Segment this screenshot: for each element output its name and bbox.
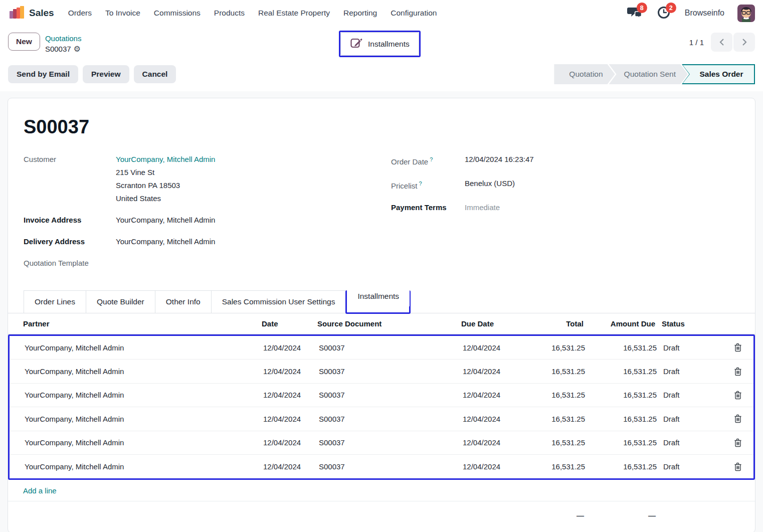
menu-to-invoice[interactable]: To Invoice [105,9,140,18]
tab-other-info[interactable]: Other Info [155,290,212,313]
table-row[interactable]: YourCompany, Mitchell Admin 12/04/2024 S… [10,407,753,431]
add-a-line-link[interactable]: Add a line [23,486,57,495]
activities-count-badge: 2 [666,3,676,13]
new-button[interactable]: New [8,33,40,51]
cell-total: 16,531.25 [535,367,585,376]
col-partner[interactable]: Partner [8,319,262,328]
col-due-date[interactable]: Due Date [461,319,533,328]
installments-stat-button[interactable]: Installments [340,32,419,56]
cell-due-date: 12/04/2024 [463,462,535,471]
messages-count-badge: 8 [637,3,647,13]
delete-row-button[interactable] [732,365,744,378]
cell-source: S00037 [319,438,463,447]
amount-due-sum-placeholder: — [584,511,655,520]
table-row[interactable]: YourCompany, Mitchell Admin 12/04/2024 S… [10,336,753,360]
action-row: Send by Email Preview Cancel Quotation Q… [0,59,763,91]
pricelist-value[interactable]: Benelux (USD) [465,177,515,193]
right-field-group: Order Date? 12/04/2024 16:23:47 Pricelis… [391,153,739,278]
cell-date: 12/04/2024 [263,391,319,399]
status-step-sales-order-label: Sales Order [683,65,754,83]
cell-date: 12/04/2024 [263,462,319,471]
app-brand[interactable]: Sales [8,5,54,22]
col-total[interactable]: Total [533,319,584,328]
table-rows-highlight: YourCompany, Mitchell Admin 12/04/2024 S… [8,334,755,480]
top-navbar: Sales Orders To Invoice Commissions Prod… [0,0,763,26]
status-step-quotation-sent[interactable]: Quotation Sent [609,64,688,84]
delete-row-button[interactable] [732,341,744,354]
cell-date: 12/04/2024 [263,415,319,423]
cancel-button[interactable]: Cancel [134,65,176,83]
left-field-group: Customer YourCompany, Mitchell Admin 215… [24,153,391,278]
invoice-address-value[interactable]: YourCompany, Mitchell Admin [116,214,215,227]
notebook-tabs: Order Lines Quote Builder Other Info Sal… [8,290,755,313]
cell-partner: YourCompany, Mitchell Admin [10,391,263,399]
order-date-value[interactable]: 12/04/2024 16:23:47 [465,153,534,168]
cell-partner: YourCompany, Mitchell Admin [10,343,263,352]
cell-total: 16,531.25 [535,438,585,447]
cell-source: S00037 [319,367,463,376]
user-name[interactable]: Browseinfo [685,9,724,18]
form-sheet: S00037 Customer YourCompany, Mitchell Ad… [8,98,755,532]
user-avatar[interactable] [737,5,755,22]
tab-sales-commission-user-settings[interactable]: Sales Commission User Settings [211,290,346,313]
menu-configuration[interactable]: Configuration [391,9,437,18]
customer-link[interactable]: YourCompany, Mitchell Admin [116,153,215,166]
cell-due-date: 12/04/2024 [463,438,535,447]
menu-products[interactable]: Products [214,9,245,18]
cell-due-date: 12/04/2024 [463,367,535,376]
pager-next-button[interactable] [733,33,755,52]
table-row[interactable]: YourCompany, Mitchell Admin 12/04/2024 S… [10,431,753,455]
table-row[interactable]: YourCompany, Mitchell Admin 12/04/2024 S… [10,384,753,407]
chevron-left-icon [718,38,725,46]
totals-row: — — [8,501,755,520]
breadcrumb: Quotations S00037 ⚙ [45,33,82,54]
messages-button[interactable]: 8 [627,5,643,21]
col-amount-due[interactable]: Amount Due [584,319,655,328]
total-sum-placeholder: — [533,511,584,520]
payment-terms-value[interactable]: Immediate [465,201,500,214]
cell-status: Draft [657,367,722,376]
tab-installments[interactable]: Installments [347,286,410,306]
table-row[interactable]: YourCompany, Mitchell Admin 12/04/2024 S… [10,455,753,478]
col-source-document[interactable]: Source Document [317,319,461,328]
status-step-quotation[interactable]: Quotation [554,64,615,84]
menu-real-estate-property[interactable]: Real Estate Property [258,9,330,18]
cell-date: 12/04/2024 [263,367,319,376]
order-date-label: Order Date? [391,153,465,168]
menu-orders[interactable]: Orders [68,9,92,18]
table-row[interactable]: YourCompany, Mitchell Admin 12/04/2024 S… [10,360,753,383]
pager-previous-button[interactable] [711,33,732,52]
menu-reporting[interactable]: Reporting [343,9,377,18]
send-by-email-button[interactable]: Send by Email [8,65,78,83]
delete-row-button[interactable] [732,460,744,473]
cell-total: 16,531.25 [535,415,585,423]
cell-amount-due: 16,531.25 [585,391,657,399]
delete-row-button[interactable] [732,412,744,425]
main-menu: Orders To Invoice Commissions Products R… [68,9,437,18]
col-status[interactable]: Status [655,319,720,328]
cell-due-date: 12/04/2024 [463,343,535,352]
col-date[interactable]: Date [262,319,317,328]
delivery-address-value[interactable]: YourCompany, Mitchell Admin [116,235,215,248]
delete-row-button[interactable] [732,436,744,449]
status-step-sales-order[interactable]: Sales Order [682,64,755,84]
trash-icon [734,438,742,447]
cell-partner: YourCompany, Mitchell Admin [10,415,263,423]
customer-street: 215 Vine St [116,166,215,179]
cell-amount-due: 16,531.25 [585,438,657,447]
invoice-address-label: Invoice Address [24,214,116,227]
gear-icon[interactable]: ⚙ [74,44,81,54]
preview-button[interactable]: Preview [83,65,129,83]
cell-date: 12/04/2024 [263,438,319,447]
cell-amount-due: 16,531.25 [585,462,657,471]
breadcrumb-quotations-link[interactable]: Quotations [45,33,82,44]
cell-amount-due: 16,531.25 [585,367,657,376]
menu-commissions[interactable]: Commissions [154,9,201,18]
tab-order-lines[interactable]: Order Lines [24,290,86,313]
tab-quote-builder[interactable]: Quote Builder [86,290,155,313]
cell-source: S00037 [319,462,463,471]
payment-terms-label: Payment Terms [391,201,465,214]
record-title: S00037 [24,116,739,138]
delete-row-button[interactable] [732,389,744,402]
activities-button[interactable]: 2 [656,5,672,21]
